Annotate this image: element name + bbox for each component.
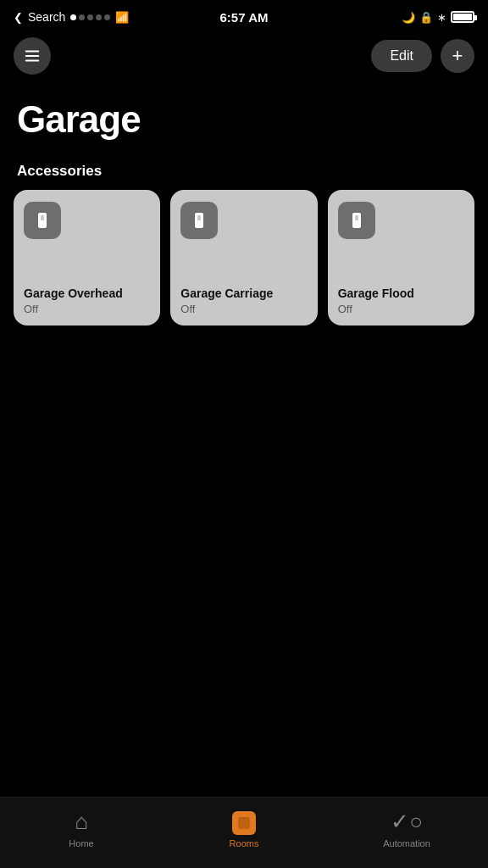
edit-button[interactable]: Edit: [371, 40, 432, 72]
accessory-icon-overhead: [24, 202, 61, 239]
svg-rect-6: [197, 215, 201, 220]
bottom-nav: ⌂ Home Rooms ✓○ Automation: [0, 797, 488, 868]
signal-dots: [70, 14, 110, 20]
lock-icon: 🔒: [419, 11, 433, 24]
accessory-tile-garage-flood[interactable]: Garage Flood Off: [328, 190, 474, 326]
accessories-section-label: Accessories: [0, 147, 488, 190]
accessory-name-flood: Garage Flood: [338, 287, 414, 301]
page-title: Garage: [0, 81, 488, 147]
switch-icon-2: [189, 210, 209, 231]
accessory-status-overhead: Off: [24, 303, 123, 315]
svg-rect-4: [41, 215, 44, 220]
header: Edit +: [0, 31, 488, 81]
accessory-tile-garage-overhead[interactable]: Garage Overhead Off: [14, 190, 160, 326]
home-icon: ⌂: [75, 809, 88, 835]
nav-item-rooms[interactable]: Rooms: [163, 809, 325, 849]
moon-icon: 🌙: [402, 11, 415, 24]
accessory-info-overhead: Garage Overhead Off: [24, 287, 123, 315]
accessory-icon-carriage: [180, 202, 218, 239]
rooms-icon: [232, 811, 256, 835]
nav-label-home: Home: [69, 838, 93, 849]
list-icon: [23, 47, 42, 65]
svg-rect-1: [25, 55, 40, 57]
accessory-tile-garage-carriage[interactable]: Garage Carriage Off: [170, 190, 317, 326]
status-left: ❮ Search 📶: [14, 10, 129, 24]
svg-rect-0: [25, 51, 40, 53]
accessory-status-carriage: Off: [180, 303, 273, 315]
rooms-icon-inner: [238, 817, 250, 829]
accessory-name-carriage: Garage Carriage: [180, 287, 273, 301]
svg-rect-2: [25, 60, 40, 62]
nav-label-rooms: Rooms: [230, 838, 259, 849]
plus-icon: +: [452, 45, 463, 67]
wifi-icon: 📶: [115, 11, 129, 24]
rooms-icon-wrap: [232, 809, 256, 835]
automation-icon: ✓○: [391, 809, 423, 835]
status-time: 6:57 AM: [220, 10, 269, 25]
switch-icon-3: [347, 210, 367, 231]
header-actions: Edit +: [371, 39, 474, 73]
accessory-name-overhead: Garage Overhead: [24, 287, 123, 301]
nav-item-automation[interactable]: ✓○ Automation: [325, 809, 488, 849]
accessory-info-flood: Garage Flood Off: [338, 287, 414, 315]
accessories-grid: Garage Overhead Off Garage Carriage Off …: [0, 190, 488, 326]
accessory-icon-flood: [338, 202, 375, 239]
list-button[interactable]: [14, 37, 51, 75]
status-bar: ❮ Search 📶 6:57 AM 🌙 🔒 ∗: [0, 0, 488, 31]
add-button[interactable]: +: [441, 39, 474, 73]
switch-icon: [32, 210, 53, 231]
nav-item-home[interactable]: ⌂ Home: [0, 809, 163, 849]
nav-label-automation: Automation: [383, 838, 430, 849]
accessory-info-carriage: Garage Carriage Off: [180, 287, 273, 315]
status-right: 🌙 🔒 ∗: [402, 11, 474, 24]
battery-icon: [451, 11, 474, 23]
svg-rect-8: [355, 215, 358, 220]
accessory-status-flood: Off: [338, 303, 414, 315]
back-search-label[interactable]: Search: [28, 10, 65, 24]
bluetooth-icon: ∗: [437, 11, 446, 24]
